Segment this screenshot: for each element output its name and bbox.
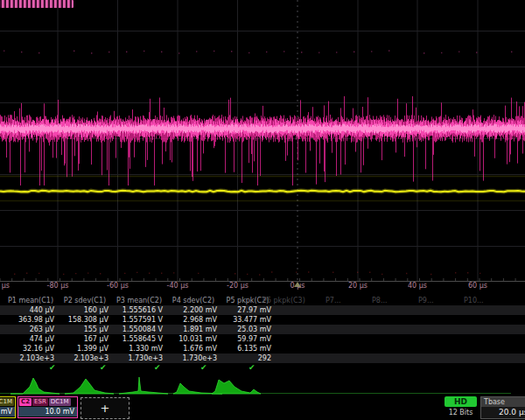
table-cell: 33.477 mV bbox=[220, 316, 275, 324]
axis-tick-label: 20 μs bbox=[348, 282, 368, 290]
axis-tick-label: 60 μs bbox=[468, 282, 487, 290]
c1-scale-value: 0 mV bbox=[0, 407, 15, 416]
table-cell: 6.135 mV bbox=[220, 345, 275, 353]
table-cell: 1.557591 V bbox=[112, 316, 166, 324]
table-cell: 32.16 μV bbox=[4, 345, 58, 353]
axis-tick-label: -20 μs bbox=[227, 282, 248, 290]
table-cell: 1.555616 V bbox=[112, 306, 166, 314]
check-icon: ✔ bbox=[154, 363, 161, 372]
histogram-shape bbox=[65, 379, 114, 394]
column-header: P2 sdev(C1) bbox=[54, 297, 116, 304]
table-row: 263 μV155 μV1.550084 V1.891 mV25.03 mV bbox=[0, 325, 525, 334]
histicon-button[interactable] bbox=[117, 374, 170, 396]
table-cell: 2.103e+3 bbox=[4, 354, 58, 362]
histicon-button[interactable] bbox=[210, 374, 262, 396]
table-cell: 1.891 mV bbox=[166, 326, 220, 333]
table-row: 474 μV167 μV1.558645 V10.031 mV59.97 mV bbox=[0, 334, 525, 344]
table-cell: 2.200 mV bbox=[166, 306, 220, 314]
table-cell: 2.103e+3 bbox=[58, 354, 112, 362]
table-cell: 474 μV bbox=[4, 335, 58, 343]
column-header: P4 sdev(C2) bbox=[163, 297, 224, 304]
c2-coupling-badge: DC1M bbox=[49, 398, 71, 406]
oscilloscope-screen: -100 μs-80 μs-60 μs-40 μs-20 μs0 μs20 μs… bbox=[0, 0, 525, 420]
table-cell: 1.730e+3 bbox=[112, 354, 166, 362]
table-cell: 2.968 mV bbox=[166, 316, 220, 324]
measurement-table: P1 mean(C1)P2 sdev(C1)P3 mean(C2)P4 sdev… bbox=[0, 296, 525, 374]
histogram-shape bbox=[119, 377, 168, 394]
waveform-grid-display bbox=[0, 0, 525, 294]
c2-peak-dots bbox=[4, 51, 512, 53]
axis-tick-label: 40 μs bbox=[408, 282, 427, 290]
plus-icon: + bbox=[101, 402, 110, 415]
table-cell: 440 μV bbox=[4, 306, 58, 314]
table-cell: 292 bbox=[220, 354, 275, 362]
table-cell: 1.558645 V bbox=[112, 335, 166, 343]
axis-tick-label: -80 μs bbox=[47, 282, 69, 290]
channel-c2-descriptor[interactable]: C2 ESR DC1M 10.0 mV bbox=[18, 396, 78, 418]
adc-bits-label: 12 Bits bbox=[442, 409, 480, 416]
timebase-value: 20.0 μs/div bbox=[481, 407, 525, 418]
table-cell: 1.676 mV bbox=[166, 345, 220, 353]
add-trace-button[interactable]: + bbox=[80, 397, 130, 419]
c1-coupling-badge: DC1M bbox=[0, 398, 14, 406]
timebase-title: Tbase bbox=[481, 397, 525, 407]
axis-tick-label: -40 μs bbox=[167, 282, 189, 290]
check-icon: ✔ bbox=[248, 363, 256, 372]
check-icon: ✔ bbox=[200, 363, 207, 372]
c2-label: C2 bbox=[19, 398, 32, 406]
column-header-unused: P9... bbox=[418, 297, 434, 304]
table-cell: 1.550084 V bbox=[112, 326, 166, 333]
table-cell: 160 μV bbox=[58, 306, 112, 314]
table-cell: 1.330 mV bbox=[112, 345, 166, 353]
axis-tick-label: -60 μs bbox=[107, 282, 129, 290]
table-cell: 155 μV bbox=[58, 326, 112, 333]
table-cell: 363.98 μV bbox=[4, 316, 58, 324]
table-cell: 59.97 mV bbox=[220, 335, 275, 343]
c1-trace bbox=[0, 191, 525, 192]
check-icon: ✔ bbox=[49, 363, 56, 372]
histicon-button[interactable] bbox=[9, 374, 61, 396]
check-icon: ✔ bbox=[100, 363, 107, 372]
hd-mode-badge[interactable]: HD bbox=[444, 396, 477, 407]
c2-scale-value: 10.0 mV bbox=[18, 407, 77, 416]
table-status-row: ✔✔✔✔✔ bbox=[0, 363, 525, 373]
histicon-button[interactable] bbox=[63, 374, 116, 396]
table-cell: 1.399 μV bbox=[58, 345, 112, 353]
table-cell: 27.97 mV bbox=[220, 306, 275, 314]
table-row: 440 μV160 μV1.555616 V2.200 mV27.97 mV bbox=[0, 305, 525, 315]
column-header-unused: P6 pkpk(C3) bbox=[262, 297, 305, 304]
column-header: P1 mean(C1) bbox=[0, 297, 61, 304]
table-cell: 167 μV bbox=[58, 335, 112, 343]
timebase-box[interactable]: Tbase 20.0 μs/div bbox=[480, 396, 525, 419]
c2-trace-outer bbox=[1, 96, 525, 186]
trigger-position-icon bbox=[294, 282, 301, 287]
column-header-unused: P8... bbox=[372, 297, 388, 304]
table-header-row: P1 mean(C1)P2 sdev(C1)P3 mean(C2)P4 sdev… bbox=[0, 296, 525, 305]
persistence-dots bbox=[14, 272, 480, 275]
column-header: P3 mean(C2) bbox=[108, 297, 170, 304]
trace-descriptor-badge bbox=[0, 0, 74, 8]
axis-ticks bbox=[0, 278, 515, 281]
table-cell: 1.730e+3 bbox=[166, 354, 220, 362]
column-header-unused: P7... bbox=[326, 297, 341, 304]
histogram-shape bbox=[10, 378, 60, 394]
table-row: 363.98 μV158.308 μV1.557591 V2.968 mV33.… bbox=[0, 315, 525, 325]
table-cell: 158.308 μV bbox=[58, 316, 112, 324]
table-cell: 25.03 mV bbox=[220, 326, 275, 333]
time-axis: -100 μs-80 μs-60 μs-40 μs-20 μs0 μs20 μs… bbox=[0, 282, 525, 293]
table-cell: 263 μV bbox=[4, 326, 58, 333]
channel-c1-descriptor[interactable]: DC1M 0 mV bbox=[0, 396, 16, 418]
table-row: 32.16 μV1.399 μV1.330 mV1.676 mV6.135 mV bbox=[0, 344, 525, 354]
table-row: 2.103e+32.103e+31.730e+31.730e+3292 bbox=[0, 354, 525, 363]
axis-tick-label: -100 μs bbox=[0, 282, 10, 290]
histogram-shape bbox=[212, 380, 261, 394]
c2-esr-badge: ESR bbox=[32, 398, 48, 406]
column-header-unused: P10... bbox=[464, 297, 484, 304]
table-cell: 10.031 mV bbox=[166, 335, 220, 343]
